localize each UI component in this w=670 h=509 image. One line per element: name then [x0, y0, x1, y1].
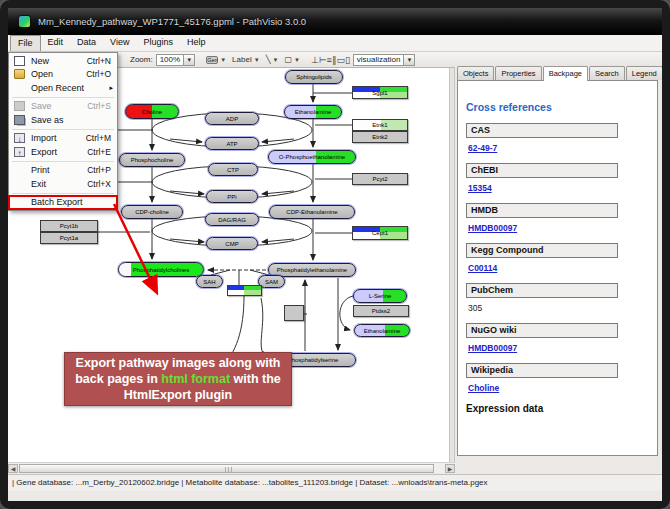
file-menu-item-batch-export[interactable]: Batch Export — [9, 196, 117, 210]
node-phosphatidylcholines[interactable]: Phosphatidylcholines — [118, 262, 204, 277]
node-label: Ethanolamine — [364, 328, 401, 334]
xref-link[interactable]: C00114 — [468, 263, 497, 273]
node-pcyt2[interactable]: Pcyt2 — [352, 173, 408, 185]
xref-value: 62-49-7 — [468, 143, 649, 153]
menu-separator — [12, 97, 114, 98]
node-label: Sphingolipids — [296, 74, 332, 80]
node-label: CTP — [227, 167, 239, 173]
menu-shortcut: Ctrl+X — [87, 179, 111, 189]
node-dag[interactable]: DAG/RAG — [205, 213, 259, 226]
node-ctp[interactable]: CTP — [208, 163, 258, 176]
node-cdp-choline[interactable]: CDP-choline — [121, 205, 183, 219]
node-partially-hidden-gene[interactable] — [227, 285, 262, 296]
xref-text: 305 — [468, 303, 482, 313]
xref-value: HMDB00097 — [468, 223, 649, 233]
file-menu-item-open-recent[interactable]: Open Recent▸ — [9, 81, 117, 95]
align-horizontal-center-icon[interactable]: ⊥ — [311, 55, 319, 65]
node-sam[interactable]: SAM — [258, 275, 285, 288]
node-pcyt1b[interactable]: Pcyt1b — [40, 220, 98, 232]
file-menu-item-import[interactable]: ImportCtrl+M — [9, 132, 117, 146]
node-label: Sgpl1 — [372, 90, 387, 96]
common-width-icon[interactable]: ▭ — [336, 55, 345, 65]
node-cdp-ethanolamine[interactable]: CDP-Ethanolamine — [269, 205, 355, 219]
line-tool-button[interactable]: ╲▼ — [263, 53, 282, 66]
node-label: Etnk2 — [372, 134, 387, 140]
xref-value: HMDB00097 — [468, 343, 649, 353]
title-bar[interactable]: Mm_Kennedy_pathway_WP1771_45176.gpml - P… — [8, 8, 662, 35]
node-o-phosphoethanolamine[interactable]: O-Phosphoethanolamine — [268, 150, 356, 164]
xref-value: C00114 — [468, 263, 649, 273]
file-menu-item-print[interactable]: PrintCtrl+P — [9, 164, 117, 178]
pathvisio-window: Mm_Kennedy_pathway_WP1771_45176.gpml - P… — [8, 8, 662, 501]
file-menu-item-export[interactable]: ExportCtrl+E — [9, 145, 117, 159]
node-cmp[interactable]: CMP — [206, 237, 258, 250]
menu-view[interactable]: View — [103, 35, 136, 51]
node-ethanolamine-bottom[interactable]: Ethanolamine — [354, 324, 410, 337]
node-etnk2[interactable]: Etnk2 — [352, 131, 408, 143]
node-choline-top[interactable]: Choline — [125, 104, 179, 119]
node-label: Cept1 — [372, 230, 388, 236]
tab-properties[interactable]: Properties — [495, 66, 541, 80]
menu-plugins[interactable]: Plugins — [136, 35, 180, 51]
tab-search[interactable]: Search — [589, 66, 625, 80]
node-sgpl1[interactable]: Sgpl1 — [352, 86, 408, 99]
window-frame: Mm_Kennedy_pathway_WP1771_45176.gpml - P… — [0, 0, 670, 509]
tab-legend[interactable]: Legend — [626, 66, 662, 80]
xref-link[interactable]: 15354 — [468, 183, 492, 193]
xref-link[interactable]: Choline — [468, 383, 499, 393]
node-ppi[interactable]: PPi — [206, 190, 258, 203]
node-label: Ptdss2 — [372, 308, 390, 314]
canvas-horizontal-scrollbar[interactable]: ◀ ▶ — [8, 462, 455, 473]
align-vertical-center-icon[interactable]: ⊢ — [319, 55, 327, 65]
menu-shortcut: Ctrl+M — [86, 133, 111, 143]
file-menu-item-save-as[interactable]: Save as — [9, 113, 117, 127]
node-ptdss2[interactable]: Ptdss2 — [353, 305, 409, 317]
node-label: Pcyt1a — [60, 235, 78, 241]
menu-data[interactable]: Data — [70, 35, 103, 51]
tab-objects[interactable]: Objects — [457, 66, 494, 80]
node-label: Ethanolamine — [295, 109, 332, 115]
menu-item-label: Batch Export — [31, 197, 83, 207]
zoom-combobox[interactable]: 100% ▼ — [156, 54, 195, 66]
xref-link[interactable]: HMDB00097 — [468, 223, 517, 233]
node-etnk1[interactable]: Etnk1 — [352, 119, 408, 131]
node-sphingolipids[interactable]: Sphingolipids — [285, 70, 343, 84]
common-height-icon[interactable]: ▯ — [345, 55, 350, 65]
xref-header: HMDB — [466, 203, 618, 218]
node-phosphocholine[interactable]: Phosphocholine — [119, 153, 185, 167]
menu-item-label: Save — [31, 101, 52, 111]
node-atp[interactable]: ATP — [205, 137, 259, 150]
file-menu-item-open[interactable]: OpenCtrl+O — [9, 68, 117, 82]
gene-tool-button[interactable]: Gen▼ — [203, 53, 229, 66]
file-menu-item-new[interactable]: NewCtrl+N — [9, 54, 117, 68]
node-cept1[interactable]: Cept1 — [352, 226, 408, 240]
expression-data-heading: Expression data — [466, 403, 649, 414]
node-pcyt1a[interactable]: Pcyt1a — [40, 232, 98, 244]
xref-section-kegg-compound: Kegg CompoundC00114 — [466, 243, 649, 273]
chevron-down-icon[interactable]: ▼ — [183, 55, 194, 65]
xref-section-chebi: ChEBI15354 — [466, 163, 649, 193]
xref-link[interactable]: HMDB00097 — [468, 343, 517, 353]
visualization-combobox[interactable]: visualization ▼ — [353, 54, 416, 66]
chevron-down-icon[interactable]: ▼ — [403, 55, 414, 65]
node-adp[interactable]: ADP — [205, 112, 259, 125]
xref-link[interactable]: 62-49-7 — [468, 143, 497, 153]
scrollbar-thumb[interactable] — [19, 464, 434, 473]
file-menu-item-exit[interactable]: ExitCtrl+X — [9, 177, 117, 191]
scroll-right-icon[interactable]: ▶ — [445, 464, 455, 473]
menu-item-label: Open Recent — [31, 83, 84, 93]
node-sah[interactable]: SAH — [196, 275, 223, 288]
label-tool-button[interactable]: Label▼ — [229, 53, 263, 66]
open-folder-icon — [14, 69, 25, 79]
scroll-left-icon[interactable]: ◀ — [8, 464, 18, 473]
shape-tool-button[interactable]: ▢▼ — [281, 53, 303, 66]
menu-help[interactable]: Help — [180, 35, 213, 51]
node-partially-hidden-box[interactable] — [284, 305, 304, 321]
file-menu-item-save[interactable]: SaveCtrl+S — [9, 100, 117, 114]
menu-edit[interactable]: Edit — [41, 35, 71, 51]
menu-file[interactable]: File — [10, 35, 41, 51]
tab-backpage[interactable]: Backpage — [543, 66, 588, 81]
node-l-serine[interactable]: L-Serine — [353, 289, 407, 303]
node-label: O-Phosphoethanolamine — [279, 154, 345, 160]
node-ethanolamine-top[interactable]: Ethanolamine — [284, 105, 342, 119]
